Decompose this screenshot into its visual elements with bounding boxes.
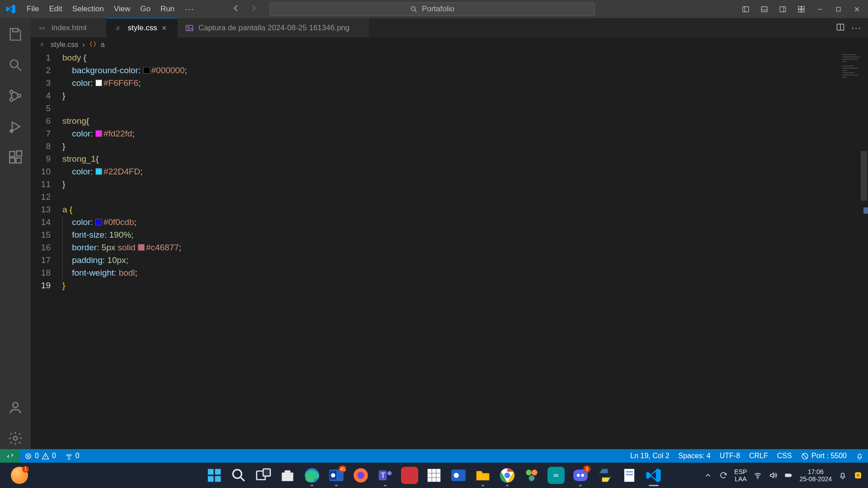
taskbar-teams-icon[interactable]: T [377,467,394,484]
activity-search-icon[interactable] [5,54,26,76]
status-ports[interactable]: 0 [61,449,84,463]
taskbar-firefox-icon[interactable] [352,467,369,484]
toggle-secondary-sidebar-icon[interactable] [775,1,790,17]
svg-point-18 [13,403,18,408]
status-language-mode[interactable]: CSS [773,449,797,463]
svg-rect-16 [16,158,21,163]
svg-point-49 [505,473,510,479]
badge: 3 [583,465,590,473]
taskbar-edge-icon[interactable] [303,467,321,484]
svg-rect-29 [208,469,214,475]
code-content[interactable]: body { background-color: #000000; color:… [62,52,868,449]
activity-source-control-icon[interactable] [5,85,26,107]
taskbar-app-green-icon[interactable] [523,467,540,484]
command-center-text: Portafolio [422,5,454,14]
broadcast-icon [801,452,809,460]
split-editor-icon[interactable] [836,23,845,33]
toggle-primary-sidebar-icon[interactable] [738,1,753,17]
window-maximize-icon[interactable] [830,1,846,17]
close-icon[interactable]: × [162,23,170,33]
svg-point-23 [188,27,189,28]
tray-notifications-icon[interactable] [838,471,847,480]
tab-screenshot-png[interactable]: Captura de pantalla 2024-08-25 161346.pn… [178,18,370,38]
taskbar-arduino-icon[interactable]: ∞ [547,467,565,484]
scrollbar-thumb[interactable] [861,151,867,201]
css-file-icon: # [39,40,47,50]
status-problems[interactable]: 0 0 [20,449,61,463]
remote-indicator[interactable] [0,449,20,463]
taskbar-discord-icon[interactable]: 3 [572,467,589,484]
tab-actions-more[interactable]: ··· [851,23,862,33]
svg-point-11 [10,98,13,101]
tray-battery-icon[interactable] [784,471,793,480]
nav-back-icon[interactable] [231,3,241,15]
tray-volume-icon[interactable] [769,471,778,480]
svg-point-59 [758,478,759,479]
status-live-server[interactable]: Port : 5500 [797,449,851,463]
breadcrumb[interactable]: # style.css › a [31,38,868,52]
breadcrumb-file: style.css [51,41,78,49]
taskbar-outlook-icon[interactable]: 45 [328,467,345,484]
taskbar-app-red-icon[interactable] [401,467,418,484]
taskbar-app-grid-icon[interactable] [425,467,443,484]
css-file-icon: # [114,23,123,33]
customize-layout-icon[interactable] [793,1,809,17]
toggle-panel-icon[interactable] [756,1,772,17]
status-ports-count: 0 [75,452,80,460]
status-eol[interactable]: CRLF [745,449,773,463]
tray-clock[interactable]: 17:06 25-08-2024 [799,468,832,483]
menu-go[interactable]: Go [135,0,156,18]
code-editor[interactable]: 12345678910111213141516171819 body { bac… [31,52,868,449]
overview-ruler[interactable] [860,52,868,449]
command-center[interactable]: Portafolio [269,2,595,16]
activity-explorer-icon[interactable] [5,23,26,45]
menu-more[interactable]: ··· [179,5,200,14]
taskbar-python-icon[interactable] [596,467,613,484]
taskbar-file-explorer-icon[interactable] [474,467,491,484]
taskbar-vscode-icon[interactable] [645,467,662,484]
svg-rect-58 [626,474,633,475]
tab-index-html[interactable]: <> index.html × [31,18,107,38]
tray-chevron-up-icon[interactable] [703,471,712,480]
tray-wifi-icon[interactable] [753,471,762,480]
radio-tower-icon [65,452,73,460]
menu-view[interactable]: View [109,0,136,18]
taskbar-chrome-icon[interactable] [499,467,516,484]
status-encoding[interactable]: UTF-8 [715,449,745,463]
status-notifications-icon[interactable] [851,449,868,463]
taskbar-outlook2-icon[interactable] [450,467,467,484]
taskbar-taskview-icon[interactable] [255,467,272,484]
menu-file[interactable]: File [22,0,44,18]
taskbar-app-doc-icon[interactable] [621,467,638,484]
taskbar-widgets-icon[interactable] [11,467,28,484]
svg-point-27 [68,454,70,455]
svg-rect-17 [17,151,22,156]
menu-edit[interactable]: Edit [44,0,67,18]
nav-forward-icon[interactable] [248,3,258,15]
svg-point-19 [14,436,18,441]
warning-icon [42,452,49,460]
svg-point-10 [10,90,13,94]
menu-selection[interactable]: Selection [67,0,109,18]
menu-run[interactable]: Run [156,0,179,18]
taskbar-search-icon[interactable] [230,467,247,484]
activity-run-debug-icon[interactable] [5,116,26,137]
status-indentation[interactable]: Spaces: 4 [674,449,715,463]
taskbar-start-icon[interactable] [206,467,223,484]
taskbar-store-icon[interactable] [279,467,296,484]
svg-rect-14 [9,151,14,156]
svg-text:#: # [41,41,43,47]
activity-settings-icon[interactable] [5,427,26,449]
window-minimize-icon[interactable] [812,1,827,17]
window-close-icon[interactable] [849,1,864,17]
tray-input-language[interactable]: ESP LAA [734,468,747,483]
breadcrumb-sep: › [82,41,85,49]
tray-sync-icon[interactable] [719,471,728,480]
activity-accounts-icon[interactable] [5,397,26,418]
activity-extensions-icon[interactable] [5,146,26,168]
svg-point-13 [10,130,13,132]
tab-style-css[interactable]: # style.css × [107,18,177,38]
status-cursor-position[interactable]: Ln 19, Col 2 [626,449,674,463]
tray-copilot-icon[interactable] [854,471,863,480]
svg-point-54 [577,474,580,477]
